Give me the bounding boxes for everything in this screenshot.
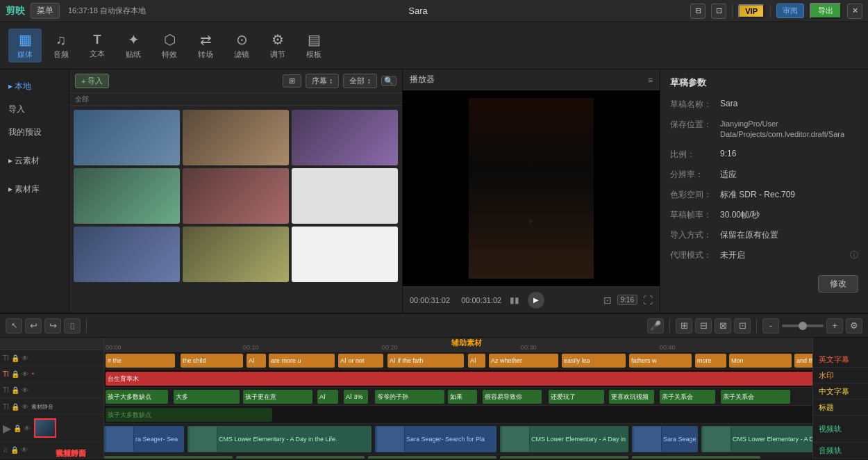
close-btn[interactable]: ✕ <box>847 3 862 19</box>
clip-video-3[interactable]: Sara Seager- Search for Pla <box>375 426 496 452</box>
review-button[interactable]: 审阅 <box>776 3 804 18</box>
minimize-btn[interactable]: ⊟ <box>690 3 706 19</box>
media-thumb-4[interactable] <box>74 168 180 224</box>
preview-menu-icon[interactable]: ≡ <box>648 75 653 85</box>
tl-settings[interactable]: ⚙ <box>846 318 862 334</box>
clip-audio-2[interactable]: 摄取音频20221101-88 <box>236 456 365 459</box>
clip-sub-5[interactable]: AⅠ or not <box>338 354 383 368</box>
tl-lock6[interactable]: 🔒 <box>10 446 19 454</box>
media-thumb-3[interactable] <box>292 110 398 165</box>
media-thumb-6[interactable] <box>292 168 398 224</box>
import-button[interactable]: + 导入 <box>75 74 109 88</box>
tl-undo-btn[interactable]: ↩ <box>25 318 42 334</box>
export-button[interactable]: 导出 <box>810 3 842 19</box>
nav-cloud[interactable]: ▸ 云素材 <box>0 149 69 172</box>
tl-zoom-out[interactable]: - <box>762 318 779 334</box>
tl-mic-btn[interactable]: 🎤 <box>647 318 664 334</box>
clip-video-5[interactable]: Sara Seager- <box>632 426 698 452</box>
clip-cn-9[interactable]: 还爱玩了 <box>549 390 604 404</box>
tl-eye4[interactable]: 👁 <box>22 403 28 411</box>
clip-cn-1[interactable]: 孩子大多数缺点 <box>106 390 168 404</box>
clip-sub-10[interactable]: fathers w <box>629 354 692 368</box>
clip-audio-5[interactable]: 摄取音频20221101-88 <box>632 456 760 459</box>
nav-import[interactable]: 导入 <box>0 98 69 121</box>
clip-silent-1[interactable]: 孩子大多数缺点 <box>106 408 272 422</box>
video-cover-frame[interactable] <box>34 418 56 438</box>
clip-sub-11[interactable]: more <box>695 354 726 368</box>
edit-draft-button[interactable]: 修改 <box>818 275 858 293</box>
clip-audio-4[interactable]: 摄取音频20221101-88 <box>500 456 628 459</box>
nav-local[interactable]: ▸ 本地 <box>0 75 69 98</box>
clip-sub-2[interactable]: the child <box>181 354 243 368</box>
fullscreen-icon[interactable]: ⛶ <box>643 295 653 306</box>
clip-sub-7[interactable]: AⅠ <box>468 354 485 368</box>
toolbar-sticker[interactable]: ✦ 贴纸 <box>117 28 150 63</box>
clip-cn-2[interactable]: 大多 <box>174 390 240 404</box>
clip-audio-3[interactable]: 摄取音频20221101-88 <box>368 456 496 459</box>
media-thumb-9[interactable] <box>292 227 398 282</box>
tl-link-btn[interactable]: ⊞ <box>676 318 692 334</box>
clip-video-4[interactable]: CMS Lower Elementary - A Day in the Lif <box>500 426 628 452</box>
search-button[interactable]: 🔍 <box>381 76 397 86</box>
tl-link2-btn[interactable]: ⊟ <box>695 318 712 334</box>
clip-main-1[interactable]: 台生育率木 <box>106 372 812 386</box>
all-filter-button[interactable]: 全部 ↕ <box>343 74 377 88</box>
media-thumb-1[interactable] <box>74 110 180 165</box>
media-thumb-2[interactable] <box>183 110 289 165</box>
proxy-info-icon[interactable]: ⓘ <box>850 249 858 261</box>
clip-cn-12[interactable]: 亲子关系会 <box>721 390 790 404</box>
clip-sub-13[interactable]: and the pa <box>794 354 812 368</box>
sort-button[interactable]: 序幕 ↕ <box>306 74 340 88</box>
tl-zoom-slider[interactable] <box>782 325 824 327</box>
tl-eye5[interactable]: 👁 <box>24 425 31 432</box>
tl-lock4[interactable]: 🔒 <box>11 403 19 411</box>
tl-eye2[interactable]: 👁 <box>22 370 28 378</box>
toolbar-audio[interactable]: ♫ 音频 <box>44 29 78 63</box>
tl-lock1[interactable]: 🔒 <box>11 354 19 362</box>
clip-cn-4[interactable]: AⅠ <box>317 390 338 404</box>
toolbar-text[interactable]: T 文本 <box>81 30 114 62</box>
clip-cn-8[interactable]: 很容易导致你 <box>483 390 542 404</box>
toolbar-template[interactable]: ▤ 模板 <box>297 28 331 63</box>
clip-cn-11[interactable]: 亲子关系会 <box>660 390 715 404</box>
nav-library[interactable]: ▸ 素材库 <box>0 178 69 201</box>
clip-cn-5[interactable]: AⅠ 3% <box>344 390 368 404</box>
media-thumb-8[interactable] <box>183 227 289 282</box>
tl-split-btn[interactable]: ⌷ <box>64 318 81 334</box>
tl-lock2[interactable]: 🔒 <box>11 370 19 378</box>
clip-video-1[interactable]: ra Seager- Sea <box>104 426 184 452</box>
clip-sub-1[interactable]: # the <box>106 354 175 368</box>
tl-lock5[interactable]: 🔒 <box>13 425 22 432</box>
clip-video-6[interactable]: CMS Lower Elementary - A Da <box>701 426 812 452</box>
tl-zoom-in[interactable]: + <box>826 318 843 334</box>
clip-sub-6[interactable]: AⅠ if the fath <box>387 354 464 368</box>
clip-sub-4[interactable]: are more u <box>269 354 335 368</box>
tl-eye6[interactable]: 👁 <box>21 446 28 454</box>
menu-button[interactable]: 菜单 <box>31 3 60 19</box>
tl-eye3[interactable]: 👁 <box>22 386 28 394</box>
clip-sub-3[interactable]: AⅠ <box>247 354 266 368</box>
play-button[interactable]: ▶ <box>528 292 544 309</box>
nav-presets[interactable]: 我的预设 <box>0 121 69 144</box>
media-thumb-7[interactable] <box>74 227 180 282</box>
clip-audio-1[interactable]: 摄取音频20221101-88 <box>104 456 233 459</box>
tl-link3-btn[interactable]: ⊠ <box>715 318 731 334</box>
tl-redo-btn[interactable]: ↪ <box>44 318 61 334</box>
toolbar-filter[interactable]: ⊙ 滤镜 <box>225 28 258 63</box>
tl-cursor-btn[interactable]: ↖ <box>6 318 22 334</box>
clip-sub-9[interactable]: easily lea <box>562 354 626 368</box>
fullscreen-btn[interactable]: ⊡ <box>711 3 726 19</box>
toolbar-adjust[interactable]: ⚙ 调节 <box>261 28 294 63</box>
clip-video-2[interactable]: CMS Lower Elementary - A Day in the Life… <box>187 426 372 452</box>
tl-eye1[interactable]: 👁 <box>22 354 28 362</box>
clip-sub-8[interactable]: Az whether <box>489 354 558 368</box>
toolbar-effects[interactable]: ⬡ 特效 <box>153 28 186 63</box>
media-thumb-5[interactable] <box>183 168 289 224</box>
crop-icon[interactable]: ⊡ <box>603 295 612 306</box>
view-toggle[interactable]: ⊞ <box>283 74 301 88</box>
clip-sub-12[interactable]: Mon <box>729 354 792 368</box>
clip-cn-10[interactable]: 更喜欢玩视频 <box>609 390 654 404</box>
clip-cn-3[interactable]: 孩子更在意 <box>243 390 312 404</box>
clip-cn-7[interactable]: 如果 <box>448 390 477 404</box>
toolbar-media[interactable]: ▦ 媒体 <box>8 28 42 63</box>
